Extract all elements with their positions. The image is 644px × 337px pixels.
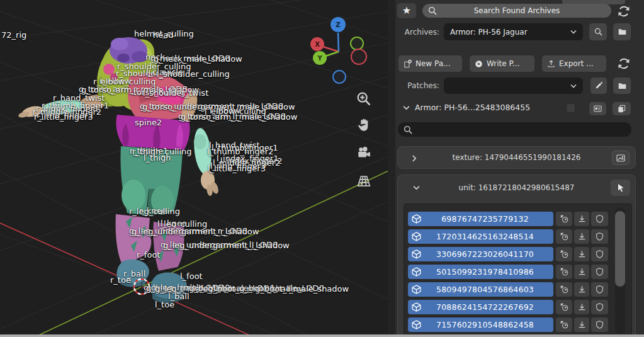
patches-label: Patches:: [395, 77, 439, 94]
folder-icon: [618, 27, 627, 37]
download-icon: [577, 285, 587, 294]
protect-button[interactable]: [591, 229, 608, 244]
open-in-blender-button[interactable]: [556, 212, 572, 226]
bone-label: l_toe: [155, 300, 174, 309]
duplicate-button[interactable]: [613, 102, 631, 115]
download-button[interactable]: [574, 229, 589, 244]
export-button[interactable]: Export ...: [542, 55, 606, 72]
mesh-cube-icon: [411, 231, 422, 242]
open-in-blender-button[interactable]: [556, 317, 572, 332]
unit-id: 5809497804576864603: [427, 285, 534, 294]
download-icon: [577, 267, 587, 277]
scrollbar-thumb[interactable]: [615, 211, 625, 287]
chevron-down-icon: [570, 84, 577, 88]
archives-dropdown[interactable]: Armor: PH-56 Jaguar: [444, 23, 583, 40]
refresh-archives-button[interactable]: [617, 4, 631, 18]
archive-folder-button[interactable]: [613, 23, 631, 40]
unit-row: 69876747235779132: [404, 212, 631, 226]
shield-icon: [595, 249, 604, 259]
select-units-button[interactable]: [611, 180, 630, 196]
mesh-cube-icon: [411, 266, 422, 277]
new-patch-button[interactable]: New Pa...: [398, 55, 462, 72]
filter-search-input[interactable]: [398, 122, 631, 137]
collapse-chevron-icon[interactable]: [403, 105, 410, 110]
archive-find-button[interactable]: [589, 23, 607, 40]
shield-icon: [595, 232, 604, 241]
bone-label: g_torso_arm_l_male_shadow: [181, 113, 297, 121]
unit-id-field[interactable]: 69876747235779132: [408, 212, 553, 226]
bone-label: r_toe: [110, 276, 131, 284]
unit-id-field[interactable]: 7088624154722267692: [408, 300, 553, 314]
protect-button[interactable]: [591, 212, 608, 226]
unit-id: 69876747235779132: [432, 214, 529, 224]
protect-button[interactable]: [591, 247, 608, 261]
protect-button[interactable]: [591, 317, 608, 332]
folder-icon: [618, 81, 627, 91]
edit-patch-button[interactable]: [590, 77, 607, 94]
mesh-cube-icon: [411, 214, 422, 224]
refresh-patches-button[interactable]: [617, 57, 631, 71]
download-button[interactable]: [574, 265, 589, 279]
archives-label: Archives:: [395, 23, 439, 40]
download-button[interactable]: [574, 247, 589, 261]
unit-panel: unit: 16187218042980615487 6987674723577…: [397, 174, 636, 337]
axis-neg-x-ball[interactable]: [351, 49, 366, 64]
orientation-gizmo[interactable]: Z X Y: [305, 13, 375, 85]
bone-label: 72_rig: [1, 31, 26, 39]
write-patch-label: Write P...: [487, 59, 519, 68]
download-button[interactable]: [574, 282, 589, 297]
protect-button[interactable]: [591, 300, 608, 314]
blender-app-icon: [560, 249, 569, 259]
viewport-3d[interactable]: 72_righelmet_cullingheadneckg_neck_male_…: [0, 0, 388, 337]
blender-app-icon: [560, 214, 569, 224]
open-in-blender-button[interactable]: [556, 229, 572, 244]
unit-id: 5015099231978410986: [427, 267, 534, 277]
download-button[interactable]: [574, 317, 589, 332]
favorite-button[interactable]: ★: [397, 3, 416, 18]
unit-id-field[interactable]: 5015099231978410986: [408, 265, 553, 279]
unit-id: 7157602910548862458: [427, 320, 534, 329]
camera-icon[interactable]: [355, 144, 373, 162]
axis-y-ball[interactable]: Y: [313, 51, 327, 65]
mesh-cube-icon: [411, 284, 422, 295]
zoom-icon[interactable]: [355, 90, 373, 108]
patch-folder-button[interactable]: [613, 77, 631, 94]
asset-checkbox[interactable]: [566, 103, 575, 113]
texture-panel[interactable]: texture: 14790446551990181426: [397, 146, 636, 169]
axis-neg-y-ball[interactable]: [351, 37, 363, 50]
protect-button[interactable]: [591, 282, 608, 297]
pencil-icon: [594, 81, 603, 90]
region-divider[interactable]: [388, 0, 395, 337]
blender-app-icon: [560, 320, 569, 329]
blender-app-icon: [560, 302, 569, 312]
open-in-blender-button[interactable]: [556, 247, 572, 261]
unit-id-field[interactable]: 7157602910548862458: [408, 317, 553, 332]
open-in-blender-button[interactable]: [556, 265, 572, 279]
pan-hand-icon[interactable]: [355, 117, 373, 134]
bone-label: g_leg_undergarment_l_shadow: [163, 241, 290, 249]
unit-id-field[interactable]: 1720314625163248514: [408, 229, 553, 244]
bone-label: l_foot: [180, 272, 203, 280]
download-icon: [577, 249, 587, 259]
scrollbar-track[interactable]: [615, 208, 625, 334]
axis-neg-z-ball[interactable]: [333, 71, 346, 83]
open-in-blender-button[interactable]: [556, 300, 572, 314]
grid-icon[interactable]: [355, 172, 373, 190]
asset-card-button[interactable]: [589, 102, 606, 115]
protect-button[interactable]: [591, 265, 608, 279]
write-patch-button[interactable]: Write P...: [470, 55, 534, 72]
archive-search-input[interactable]: Search Found Archives: [422, 4, 611, 18]
patches-dropdown[interactable]: [444, 77, 583, 94]
axis-z-label: Z: [336, 21, 341, 29]
bone-label: g_boot_l_male_shadow: [255, 285, 349, 293]
unit-id-field[interactable]: 5809497804576864603: [408, 282, 553, 297]
download-button[interactable]: [574, 212, 589, 226]
bone-label: g_leg_undergarment_r_shadow: [132, 227, 259, 236]
unit-row: 1720314625163248514: [404, 229, 631, 244]
axis-x-ball[interactable]: X: [310, 37, 324, 51]
texture-image-button[interactable]: [612, 151, 630, 165]
unit-id-field[interactable]: 3306967223026041170: [408, 247, 553, 261]
axis-z-ball[interactable]: Z: [330, 17, 346, 32]
open-in-blender-button[interactable]: [556, 282, 572, 297]
download-button[interactable]: [574, 300, 589, 314]
